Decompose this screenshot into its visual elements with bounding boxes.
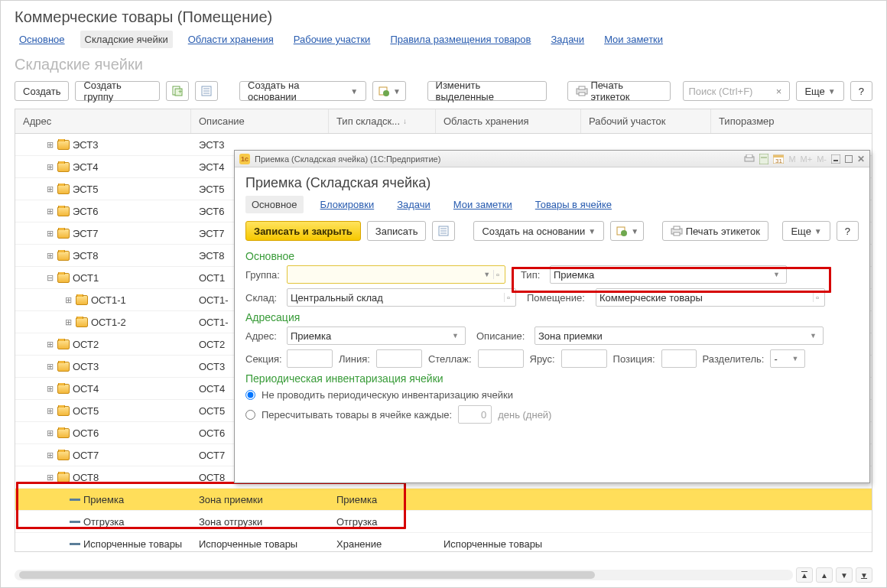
tab-workareas[interactable]: Рабочие участки	[289, 31, 375, 48]
open-icon[interactable]: ▫	[493, 270, 502, 279]
folder-icon	[57, 473, 70, 482]
help-button[interactable]: ?	[850, 81, 872, 101]
tab-main[interactable]: Основное	[15, 31, 70, 48]
table-row[interactable]: Испорченные товарыИспорченные товарыХран…	[15, 533, 872, 552]
expand-icon[interactable]: ⊞	[46, 163, 54, 171]
dialog-titlebar[interactable]: 1c Приемка (Складская ячейка) (1С:Предпр…	[235, 151, 869, 167]
col-area[interactable]: Область хранения	[436, 109, 581, 133]
dlg-help-button[interactable]: ?	[837, 221, 859, 241]
col-size[interactable]: Типоразмер	[711, 109, 872, 133]
radio-no-inv[interactable]	[245, 390, 255, 400]
room-field[interactable]: Коммерческие товары ▫	[596, 288, 825, 307]
close-icon[interactable]: ✕	[857, 154, 865, 164]
dlg-tab-goods[interactable]: Товары в ячейке	[529, 196, 618, 213]
scroll-down-icon[interactable]: ▼	[836, 567, 853, 583]
write-button[interactable]: Записать	[367, 221, 427, 241]
separator-field[interactable]: - ▼	[770, 349, 805, 368]
scroll-top-icon[interactable]: ▲	[796, 567, 813, 583]
expand-icon[interactable]: ⊞	[46, 141, 54, 149]
search-input[interactable]: Поиск (Ctrl+F) ×	[683, 81, 790, 101]
write-close-button[interactable]: Записать и закрыть	[245, 221, 361, 241]
dlg-tab-tasks[interactable]: Задачи	[391, 196, 437, 213]
svg-rect-10	[579, 86, 585, 89]
calc-icon[interactable]	[759, 154, 768, 164]
scroll-bottom-icon[interactable]: ▼	[856, 567, 872, 583]
dropdown-icon[interactable]: ▼	[788, 355, 801, 362]
expand-icon[interactable]: ⊞	[46, 207, 54, 216]
more-button[interactable]: Еще▼	[796, 81, 843, 101]
tab-cells[interactable]: Складские ячейки	[80, 31, 173, 48]
create-group-button[interactable]: Создать группу	[75, 81, 160, 101]
expand-icon[interactable]: ⊞	[46, 340, 54, 349]
collapse-icon[interactable]: ⊟	[46, 274, 54, 282]
dlg-tab-main[interactable]: Основное	[245, 196, 304, 213]
dlg-tab-notes[interactable]: Мои заметки	[447, 196, 518, 213]
section-field[interactable]	[287, 349, 333, 368]
create-based-button[interactable]: Создать на основании▼	[239, 81, 366, 101]
dropdown-icon[interactable]: ▼	[770, 271, 783, 278]
dropdown-icon[interactable]: ▼	[480, 271, 493, 278]
expand-icon[interactable]: ⊞	[46, 407, 54, 415]
desc-field[interactable]: Зона приемки ▼	[534, 326, 824, 345]
tab-notes[interactable]: Мои заметки	[599, 31, 668, 48]
position-field[interactable]	[661, 349, 697, 368]
col-addr[interactable]: Адрес	[15, 109, 191, 133]
clear-search-icon[interactable]: ×	[773, 86, 785, 97]
attach-button[interactable]: ▼	[372, 81, 406, 101]
expand-icon[interactable]: ⊞	[46, 473, 54, 482]
dropdown-icon[interactable]: ▼	[449, 332, 462, 339]
open-icon[interactable]: ▫	[813, 293, 821, 302]
expand-icon[interactable]: ⊞	[46, 385, 54, 393]
expand-icon[interactable]: ⊞	[46, 429, 54, 437]
col-type[interactable]: Тип складск... ↓	[329, 109, 436, 133]
dlg-more-button[interactable]: Еще▼	[782, 221, 830, 241]
cell-addr: ОСТ1	[73, 272, 99, 284]
copy-button[interactable]: +	[166, 81, 189, 101]
radio-recount[interactable]	[245, 410, 255, 420]
table-row[interactable]: ПриемкаЗона приемкиПриемка	[15, 489, 872, 511]
minimize-icon[interactable]	[831, 154, 840, 164]
m-minus-icon[interactable]: M-	[817, 154, 827, 164]
expand-icon[interactable]: ⊞	[46, 252, 54, 260]
warehouse-field[interactable]: Центральный склад ▫	[287, 288, 516, 307]
dropdown-icon[interactable]: ▼	[807, 332, 820, 339]
type-field[interactable]: Приемка ▼	[550, 265, 787, 284]
maximize-icon[interactable]	[845, 155, 853, 163]
create-button[interactable]: Создать	[15, 81, 69, 101]
calendar-icon[interactable]: 31	[773, 154, 784, 164]
line-field[interactable]	[376, 349, 422, 368]
expand-icon[interactable]: ⊞	[64, 296, 73, 304]
dlg-list-button[interactable]	[432, 221, 455, 241]
rack-field[interactable]	[478, 349, 524, 368]
expand-icon[interactable]: ⊞	[46, 362, 54, 371]
print-icon[interactable]	[744, 154, 755, 164]
open-icon[interactable]: ▫	[504, 293, 512, 302]
expand-icon[interactable]: ⊞	[46, 185, 54, 193]
tab-areas[interactable]: Области хранения	[184, 31, 278, 48]
print-labels-button[interactable]: Печать этикеток	[567, 81, 671, 101]
group-field[interactable]: ▼ ▫	[287, 265, 505, 284]
horizontal-scrollbar[interactable]	[15, 570, 793, 580]
tier-field[interactable]	[561, 349, 607, 368]
dlg-print-labels-button[interactable]: Печать этикеток	[662, 221, 768, 241]
m-plus-icon[interactable]: M+	[801, 154, 813, 164]
recount-days-field[interactable]: 0	[458, 405, 492, 424]
cell-desc: Зона отгрузки	[191, 516, 329, 528]
col-work[interactable]: Рабочий участок	[581, 109, 711, 133]
expand-icon[interactable]: ⊞	[46, 229, 54, 238]
m-icon[interactable]: M	[788, 154, 795, 164]
table-row[interactable]: ОтгрузкаЗона отгрузкиОтгрузка	[15, 511, 872, 533]
tab-rules[interactable]: Правила размещения товаров	[385, 31, 535, 48]
tab-tasks[interactable]: Задачи	[546, 31, 589, 48]
cell-area: Испорченные товары	[436, 538, 581, 550]
dlg-attach-button[interactable]: ▼	[610, 221, 644, 241]
scroll-up-icon[interactable]: ▲	[816, 567, 833, 583]
list-button[interactable]	[195, 81, 218, 101]
expand-icon[interactable]: ⊞	[64, 318, 73, 326]
dlg-tab-locks[interactable]: Блокировки	[314, 196, 381, 213]
addr-field[interactable]: Приемка ▼	[287, 326, 466, 345]
dlg-create-based-button[interactable]: Создать на основании▼	[473, 221, 604, 241]
expand-icon[interactable]: ⊞	[46, 451, 54, 460]
col-desc[interactable]: Описание	[191, 109, 329, 133]
change-selected-button[interactable]: Изменить выделенные	[427, 81, 547, 101]
